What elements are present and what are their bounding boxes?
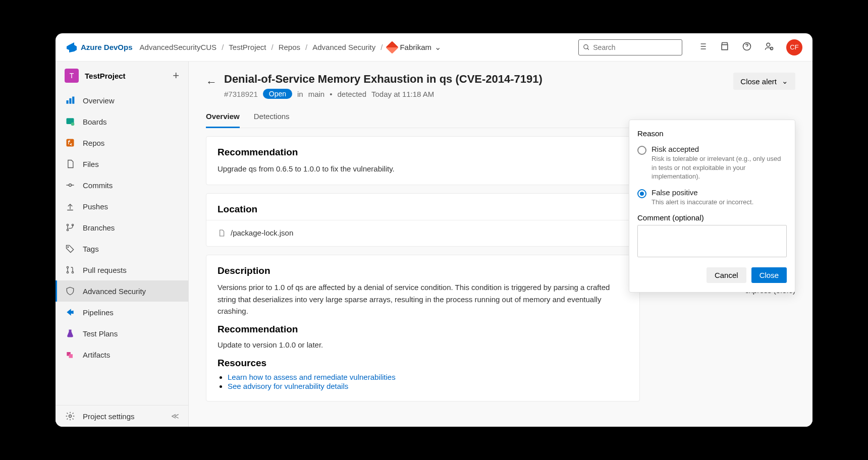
svg-point-13 bbox=[67, 229, 68, 231]
brand-label[interactable]: Azure DevOps bbox=[81, 43, 133, 51]
search-icon bbox=[583, 43, 590, 51]
azure-devops-logo-icon bbox=[66, 41, 78, 53]
topbar-actions: CF bbox=[697, 39, 802, 55]
files-icon bbox=[65, 158, 76, 169]
breadcrumb-advsec[interactable]: Advanced Security bbox=[312, 43, 375, 51]
nav-commits[interactable]: Commits bbox=[56, 175, 188, 196]
comment-input[interactable] bbox=[637, 225, 787, 257]
file-icon bbox=[218, 229, 226, 237]
nav-artifacts[interactable]: Artifacts bbox=[56, 344, 188, 365]
breadcrumb-org[interactable]: AdvancedSecurityCUS bbox=[140, 43, 217, 51]
marketplace-icon[interactable] bbox=[720, 41, 730, 53]
chevron-down-icon: ⌄ bbox=[435, 42, 441, 52]
tags-icon bbox=[65, 243, 76, 254]
project-header[interactable]: T TestProject + bbox=[56, 62, 188, 90]
nav-advanced-security[interactable]: Advanced Security bbox=[56, 280, 188, 302]
commits-icon bbox=[65, 180, 76, 191]
branches-icon bbox=[65, 222, 76, 233]
reason-false-positive[interactable]: False positiveThis alert is inaccurate o… bbox=[637, 188, 787, 207]
svg-rect-19 bbox=[69, 354, 73, 358]
cancel-button[interactable]: Cancel bbox=[707, 267, 746, 283]
boards-icon bbox=[65, 116, 76, 127]
nav-project-settings[interactable]: Project settings≪ bbox=[56, 406, 188, 427]
chevron-down-icon: ⌄ bbox=[782, 77, 788, 86]
gear-icon bbox=[65, 411, 76, 422]
breadcrumb-project[interactable]: TestProject bbox=[229, 43, 266, 51]
list-icon[interactable] bbox=[697, 41, 708, 53]
recommendation-card: Recommendation Upgrade qs from 0.6.5 to … bbox=[206, 136, 640, 185]
overview-icon bbox=[65, 95, 76, 106]
description-text: Versions prior to 1.0 of qs are affected… bbox=[218, 281, 628, 317]
nav-boards[interactable]: Boards bbox=[56, 111, 188, 132]
shield-icon bbox=[65, 285, 76, 297]
svg-point-15 bbox=[67, 266, 68, 268]
svg-point-20 bbox=[69, 415, 72, 418]
nav-tags[interactable]: Tags bbox=[56, 238, 188, 259]
svg-point-14 bbox=[68, 247, 69, 248]
tab-detections[interactable]: Detections bbox=[254, 108, 290, 128]
svg-point-10 bbox=[69, 184, 72, 187]
test-plans-icon bbox=[65, 328, 76, 339]
pushes-icon bbox=[65, 201, 76, 212]
breadcrumb-repos[interactable]: Repos bbox=[279, 43, 300, 51]
location-card: Location /package-lock.json bbox=[206, 193, 640, 247]
svg-rect-9 bbox=[67, 139, 74, 147]
artifacts-icon bbox=[65, 349, 76, 360]
user-settings-icon[interactable] bbox=[764, 41, 774, 53]
search-input[interactable] bbox=[593, 43, 678, 51]
reason-risk-accepted[interactable]: Risk acceptedRisk is tolerable or irrele… bbox=[637, 145, 787, 181]
pipelines-icon bbox=[65, 307, 76, 318]
svg-rect-4 bbox=[67, 100, 69, 104]
svg-rect-6 bbox=[72, 97, 74, 104]
nav-branches[interactable]: Branches bbox=[56, 217, 188, 238]
nav-pipelines[interactable]: Pipelines bbox=[56, 302, 188, 323]
location-heading: Location bbox=[218, 204, 628, 215]
search-input-container[interactable] bbox=[578, 39, 682, 55]
close-alert-button[interactable]: Close alert⌄ bbox=[733, 73, 795, 90]
topbar: Azure DevOps AdvancedSecurityCUS / TestP… bbox=[56, 33, 812, 62]
resource-link-2[interactable]: See advisory for vulnerability details bbox=[228, 382, 348, 390]
nav-repos[interactable]: Repos bbox=[56, 132, 188, 153]
project-name: TestProject bbox=[85, 72, 167, 80]
collapse-icon[interactable]: ≪ bbox=[171, 412, 179, 421]
repo-selector[interactable]: Fabrikam ⌄ bbox=[388, 42, 441, 52]
app-window: Azure DevOps AdvancedSecurityCUS / TestP… bbox=[56, 33, 812, 427]
svg-rect-5 bbox=[69, 98, 71, 104]
repos-icon bbox=[65, 137, 76, 148]
recommendation-text: Upgrade qs from 0.6.5 to 1.0.0 to fix th… bbox=[218, 163, 628, 175]
desc-rec-heading: Recommendation bbox=[218, 324, 628, 335]
sidebar: T TestProject + Overview Boards Repos Fi… bbox=[56, 62, 189, 427]
alert-id: #7318921 bbox=[224, 90, 258, 98]
recommendation-heading: Recommendation bbox=[218, 147, 628, 158]
svg-point-17 bbox=[72, 271, 73, 273]
detected-time: Today at 11:18 AM bbox=[371, 90, 434, 98]
nav-test-plans[interactable]: Test Plans bbox=[56, 323, 188, 344]
svg-point-2 bbox=[767, 43, 770, 46]
description-card: Description Versions prior to 1.0 of qs … bbox=[206, 255, 640, 401]
back-button[interactable]: ← bbox=[206, 76, 217, 89]
svg-point-8 bbox=[71, 123, 75, 126]
repo-icon bbox=[386, 41, 399, 53]
user-avatar[interactable]: CF bbox=[786, 39, 802, 55]
main-content: ← Denial-of-Service Memory Exhaustion in… bbox=[189, 62, 812, 427]
add-icon[interactable]: + bbox=[173, 69, 179, 82]
svg-point-3 bbox=[771, 47, 773, 49]
desc-rec-text: Update to version 1.0.0 or later. bbox=[218, 339, 628, 351]
location-file[interactable]: /package-lock.json bbox=[218, 225, 628, 240]
svg-point-16 bbox=[67, 271, 68, 273]
nav-pushes[interactable]: Pushes bbox=[56, 196, 188, 217]
close-button[interactable]: Close bbox=[751, 267, 787, 283]
branch-name: main bbox=[308, 90, 325, 98]
resource-link-1[interactable]: Learn how to assess and remediate vulner… bbox=[228, 373, 396, 381]
nav-overview[interactable]: Overview bbox=[56, 90, 188, 111]
project-badge: T bbox=[65, 69, 79, 83]
alert-title: Denial-of-Service Memory Exhaustion in q… bbox=[224, 73, 726, 86]
repo-name: Fabrikam bbox=[400, 43, 431, 51]
tab-overview[interactable]: Overview bbox=[206, 108, 240, 128]
radio-checked-icon bbox=[637, 189, 646, 198]
nav-pull-requests[interactable]: Pull requests bbox=[56, 259, 188, 280]
nav-files[interactable]: Files bbox=[56, 153, 188, 175]
comment-label: Comment (optional) bbox=[637, 213, 787, 222]
pr-icon bbox=[65, 264, 76, 275]
help-icon[interactable] bbox=[742, 41, 752, 53]
